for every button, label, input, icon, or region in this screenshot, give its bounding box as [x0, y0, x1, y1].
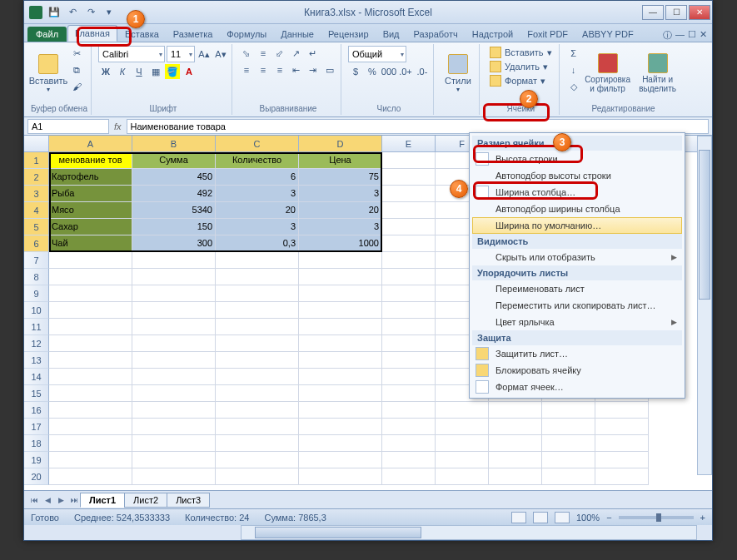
cell[interactable]: [382, 385, 436, 402]
row-header[interactable]: 20: [24, 468, 49, 485]
cell[interactable]: [299, 352, 382, 369]
cell[interactable]: [542, 435, 595, 452]
row-header[interactable]: 9: [24, 285, 49, 302]
cell[interactable]: [595, 452, 649, 468]
cell[interactable]: [299, 452, 382, 468]
menu-tab-color[interactable]: Цвет ярлычка▶: [472, 314, 682, 330]
cell[interactable]: [216, 402, 299, 419]
cell[interactable]: [49, 468, 132, 485]
cell[interactable]: [489, 402, 542, 419]
cell[interactable]: [49, 319, 132, 335]
decrease-indent-icon[interactable]: ⇤: [289, 62, 304, 77]
cell[interactable]: [489, 452, 542, 468]
tab-abbyy pdf[interactable]: ABBYY PDF: [575, 27, 640, 42]
cell[interactable]: [382, 402, 436, 419]
sheet-nav-prev[interactable]: ◀: [41, 493, 54, 507]
name-box[interactable]: A1: [27, 119, 109, 134]
cell[interactable]: [216, 335, 299, 352]
sheet-tab-Лист1[interactable]: Лист1: [80, 493, 125, 508]
menu-autofit-column[interactable]: Автоподбор ширины столбца: [472, 201, 682, 217]
cell[interactable]: [299, 335, 382, 352]
menu-autofit-row[interactable]: Автоподбор высоты строки: [472, 167, 682, 184]
col-header-A[interactable]: A: [49, 136, 132, 151]
cell[interactable]: Мясо: [49, 202, 132, 219]
cell[interactable]: [299, 252, 382, 269]
cell[interactable]: 75: [299, 169, 382, 186]
cell[interactable]: [216, 452, 299, 468]
sheet-tab-Лист2[interactable]: Лист2: [124, 493, 167, 508]
sheet-nav-next[interactable]: ▶: [54, 493, 67, 507]
cell[interactable]: [299, 435, 382, 452]
formula-bar[interactable]: Наименование товара: [127, 119, 709, 134]
cell[interactable]: [49, 452, 132, 468]
view-normal-button[interactable]: [511, 512, 526, 523]
close-workbook-icon[interactable]: ✕: [700, 29, 707, 42]
cell[interactable]: [49, 419, 132, 435]
cell[interactable]: [382, 269, 436, 285]
number-format-combo[interactable]: Общий: [348, 46, 406, 62]
row-header[interactable]: 8: [24, 269, 49, 285]
col-header-D[interactable]: D: [299, 136, 382, 151]
tab-формулы[interactable]: Формулы: [220, 27, 273, 42]
row-header[interactable]: 5: [24, 219, 49, 235]
comma-icon[interactable]: 000: [381, 64, 396, 79]
row-header[interactable]: 18: [24, 435, 49, 452]
cell[interactable]: [542, 452, 595, 468]
cell[interactable]: 20: [216, 202, 299, 219]
cell[interactable]: [489, 435, 542, 452]
cell[interactable]: [132, 385, 216, 402]
select-all-corner[interactable]: [24, 136, 49, 151]
fill-icon[interactable]: ↓: [566, 62, 581, 77]
decrease-decimal-icon[interactable]: .0-: [415, 64, 430, 79]
cell[interactable]: [132, 285, 216, 302]
cell[interactable]: [49, 369, 132, 385]
cell[interactable]: 3: [216, 186, 299, 202]
cell[interactable]: [299, 385, 382, 402]
cell[interactable]: [132, 302, 216, 319]
row-header[interactable]: 10: [24, 302, 49, 319]
tab-file[interactable]: Файл: [27, 27, 67, 42]
sheet-nav-last[interactable]: ⏭: [67, 493, 81, 507]
row-header[interactable]: 11: [24, 319, 49, 335]
cell[interactable]: [299, 319, 382, 335]
row-header[interactable]: 13: [24, 352, 49, 369]
cell[interactable]: [382, 169, 436, 186]
view-layout-button[interactable]: [533, 512, 548, 523]
cell[interactable]: [542, 468, 595, 485]
row-header[interactable]: 12: [24, 335, 49, 352]
cell[interactable]: [489, 419, 542, 435]
cell[interactable]: [49, 252, 132, 269]
redo-button[interactable]: ↷: [82, 4, 99, 21]
align-middle-icon[interactable]: ≡: [256, 46, 271, 61]
col-header-B[interactable]: B: [132, 136, 216, 151]
font-color-icon[interactable]: A: [182, 64, 197, 79]
sheet-tab-Лист3[interactable]: Лист3: [167, 493, 210, 508]
cell[interactable]: [436, 468, 489, 485]
row-header[interactable]: 14: [24, 369, 49, 385]
cell[interactable]: [382, 319, 436, 335]
row-header[interactable]: 16: [24, 402, 49, 419]
cell[interactable]: [216, 269, 299, 285]
row-header[interactable]: 6: [24, 235, 49, 252]
insert-cells-button[interactable]: Вставить ▾: [486, 46, 555, 59]
cell[interactable]: [382, 285, 436, 302]
maximize-button[interactable]: ☐: [665, 5, 687, 20]
zoom-level[interactable]: 100%: [576, 513, 600, 523]
cell[interactable]: Картофель: [49, 169, 132, 186]
cell[interactable]: [382, 435, 436, 452]
font-size-combo[interactable]: 11: [167, 46, 195, 62]
cell[interactable]: [132, 402, 216, 419]
menu-format-cells[interactable]: Формат ячеек…: [472, 379, 682, 395]
align-right-icon[interactable]: ≡: [272, 62, 287, 77]
cell[interactable]: 150: [132, 219, 216, 235]
cell[interactable]: [49, 402, 132, 419]
cell[interactable]: Рыба: [49, 186, 132, 202]
cell[interactable]: [489, 468, 542, 485]
cell[interactable]: [382, 186, 436, 202]
cell[interactable]: 450: [132, 169, 216, 186]
save-button[interactable]: 💾: [46, 4, 62, 21]
align-bottom-icon[interactable]: ⬃: [272, 46, 287, 61]
cell[interactable]: [299, 419, 382, 435]
font-name-combo[interactable]: Calibri: [98, 46, 165, 62]
bold-button[interactable]: Ж: [98, 64, 113, 79]
